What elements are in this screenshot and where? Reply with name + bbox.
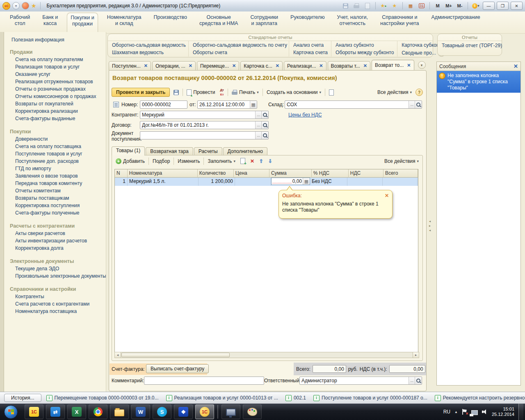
cell-vat[interactable] <box>347 178 383 186</box>
report-link[interactable]: Оборотно-сальдовая ведомость по счету <box>193 41 285 49</box>
doc-tab[interactable]: Карточка с... <box>240 61 283 70</box>
print-icon[interactable] <box>352 2 361 10</box>
calculator-button[interactable] <box>303 178 310 185</box>
col-header[interactable]: Всего <box>383 169 418 178</box>
edit-button[interactable]: Изменить <box>176 158 201 165</box>
delete-row-button[interactable]: ✕ <box>249 158 256 165</box>
show-desktop-button[interactable] <box>518 404 523 420</box>
calculator-icon[interactable] <box>406 2 415 10</box>
issue-invoice-button[interactable]: Выписать счет-фактуру <box>146 364 209 373</box>
cell-vat-rate[interactable]: Без НДС <box>310 178 347 186</box>
sidebar-item[interactable]: Произвольные электронные документы <box>15 272 106 280</box>
report-link-torg29[interactable]: Товарный отчет (ТОРГ-29) <box>442 42 498 49</box>
responsible-field[interactable]: Администратор... <box>299 377 422 385</box>
tab-nomenclature[interactable]: Номенклатура и склад <box>104 13 145 33</box>
receipt-doc-field[interactable]: ... <box>140 131 269 139</box>
history-item[interactable]: iРеализация товаров и услуг 0000-01013 о… <box>166 395 278 401</box>
print-preview-icon[interactable] <box>363 2 372 10</box>
cell-sum-editing[interactable]: 0,00 <box>271 178 310 185</box>
taskbar-skype-icon[interactable]: S <box>153 404 171 419</box>
tab-administration[interactable]: Администрирование <box>428 13 484 33</box>
minimize-button[interactable]: — <box>483 2 495 10</box>
sidebar-item[interactable]: Счета-фактуры полученные <box>15 209 106 217</box>
memory-mplus-button[interactable]: M+ <box>444 2 454 10</box>
message-item[interactable]: ! Не заполнена колонка "Сумма" в строке … <box>437 71 520 93</box>
post-button[interactable]: Провести <box>185 89 216 96</box>
report-link[interactable]: Анализ субконто <box>336 41 394 49</box>
scrollbar-thumb[interactable] <box>121 353 230 357</box>
sidebar-item[interactable]: Счета-фактуры выданные <box>15 115 106 122</box>
prices-without-vat-link[interactable]: Цены без НДС <box>288 112 322 118</box>
tab-desktop[interactable]: Рабочий стол <box>7 13 33 33</box>
sidebar-item[interactable]: Корректировка реализации <box>15 107 106 115</box>
window-menu-button[interactable] <box>12 2 20 9</box>
memory-mminus-button[interactable]: M- <box>455 2 465 10</box>
calendar-button[interactable] <box>250 101 257 108</box>
favorites-star-icon[interactable]: ★ <box>31 3 37 9</box>
open-button[interactable] <box>261 121 268 129</box>
tabs-overflow-button[interactable] <box>418 61 426 69</box>
number-field[interactable]: 0000-000002 <box>140 100 187 109</box>
calendar-icon[interactable]: 31 <box>417 2 427 10</box>
col-header[interactable]: % НДС <box>312 169 349 178</box>
doc-tab[interactable]: Поступлен... <box>109 61 151 70</box>
sidebar-item[interactable]: Счета на оплату покупателям <box>15 56 106 63</box>
sidebar-item-returns-to-suppliers[interactable]: Возвраты поставщикам <box>15 194 106 202</box>
tab-settlements[interactable]: Расчеты <box>194 147 222 155</box>
sidebar-item-useful-info[interactable]: Полезная информация <box>11 37 106 43</box>
sidebar-item[interactable]: Счета на оплату поставщика <box>15 143 106 150</box>
warehouse-field[interactable]: СОХ... <box>285 100 422 109</box>
taskbar-word-icon[interactable]: W <box>131 404 150 419</box>
close-icon[interactable] <box>189 63 192 68</box>
close-icon[interactable] <box>144 63 148 68</box>
date-field[interactable]: 26.12.2014 12:00:00 <box>197 100 257 109</box>
tab-accounting[interactable]: Учет, налоги, отчетность <box>334 13 372 33</box>
tab-reference[interactable]: Справочники и настройки учета <box>377 13 422 33</box>
close-icon[interactable] <box>407 63 411 68</box>
tab-purchases-sales[interactable]: Покупки и продажи <box>67 13 98 33</box>
report-link[interactable]: Анализ счета <box>293 41 328 49</box>
tab-returnable-packaging[interactable]: Возвратная тара <box>146 147 193 155</box>
tab-bank-cash[interactable]: Банк и касса <box>39 13 61 33</box>
favorites-list-icon[interactable]: ★ <box>390 2 399 10</box>
taskbar-excel-icon[interactable]: X <box>67 404 86 419</box>
col-header[interactable]: Сумма <box>269 169 312 178</box>
taskbar-app-icon[interactable]: ❖ <box>174 404 193 419</box>
report-link[interactable]: Обороты счета <box>193 49 285 56</box>
sidebar-item[interactable]: Акты сверки расчетов <box>15 230 106 237</box>
taskbar-paint-icon[interactable] <box>243 404 262 419</box>
sidebar-item[interactable]: Текущие дела ЭДО <box>15 265 106 272</box>
choose-button[interactable]: ... <box>255 111 261 119</box>
doc-tab[interactable]: Операции, ... <box>152 61 196 70</box>
open-button[interactable] <box>261 132 268 139</box>
print-button[interactable]: Печать <box>231 89 260 96</box>
tray-expand-icon[interactable]: ▲ <box>454 410 458 414</box>
col-header[interactable]: НДС <box>349 169 383 178</box>
sidebar-item[interactable]: Возвраты от покупателей <box>15 100 106 107</box>
sidebar-item[interactable]: Отчеты комитентам <box>15 187 106 194</box>
start-button[interactable] <box>4 405 18 419</box>
cell-quantity[interactable]: 1 200,000 <box>199 178 235 186</box>
save-icon[interactable] <box>340 2 350 10</box>
tab-production[interactable]: Производство <box>151 13 191 33</box>
add-copy-button[interactable] <box>239 157 247 165</box>
structure-button[interactable] <box>328 89 335 96</box>
history-item[interactable]: iПеремещение товаров 0000-000003 от 19.0… <box>46 395 159 401</box>
taskbar-1c-enterprise-icon-active[interactable]: 1С <box>195 404 214 419</box>
open-button[interactable] <box>415 101 422 108</box>
sidebar-item[interactable]: Поступление доп. расходов <box>15 158 106 165</box>
col-header[interactable]: Количество <box>198 169 234 178</box>
close-icon[interactable] <box>319 63 323 68</box>
sidebar-item[interactable]: Отчеты о розничных продажах <box>15 85 106 93</box>
dt-kt-button[interactable]: ДтКт <box>219 88 225 97</box>
sidebar-item[interactable]: Доверенности <box>15 135 106 143</box>
language-indicator[interactable]: RU <box>443 409 450 415</box>
sidebar-item[interactable]: Счета расчетов с контрагентами <box>15 300 106 308</box>
taskbar-teamviewer-icon[interactable]: ⇄ <box>46 404 65 419</box>
add-favorite-icon[interactable]: ★ <box>379 2 388 10</box>
info-button[interactable]: i <box>471 2 481 10</box>
scroll-left-button[interactable] <box>115 352 121 358</box>
col-header[interactable]: Цена <box>234 169 269 178</box>
vertical-splitter[interactable]: ◂▸◂ <box>427 60 432 391</box>
cell-n[interactable]: 1 <box>115 178 128 186</box>
